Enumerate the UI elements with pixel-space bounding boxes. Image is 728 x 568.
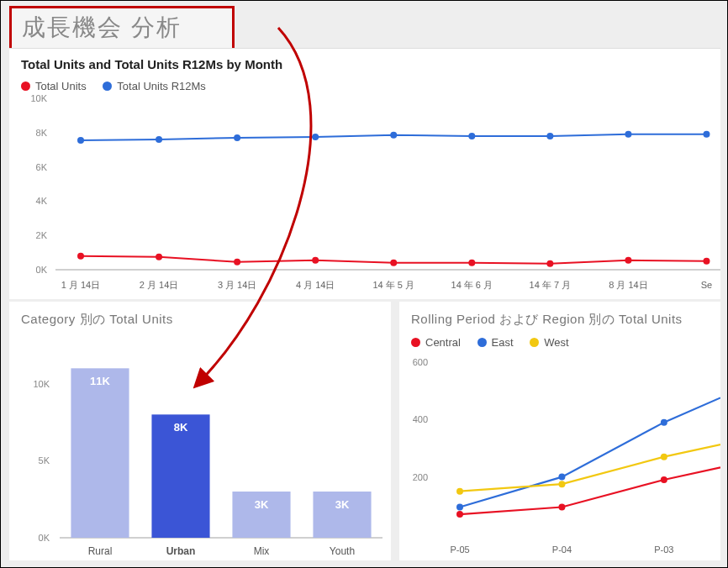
legend-label: Total Units R12Ms: [117, 80, 205, 92]
region-chart-canvas[interactable]: 200400600P-05P-04P-03: [399, 350, 720, 560]
svg-text:3K: 3K: [335, 498, 350, 511]
svg-point-26: [156, 136, 162, 143]
svg-text:600: 600: [413, 357, 428, 367]
svg-text:8K: 8K: [36, 128, 48, 138]
svg-text:14 年 5 月: 14 年 5 月: [372, 280, 414, 290]
svg-text:10K: 10K: [30, 93, 47, 103]
svg-point-19: [312, 257, 319, 264]
top-chart-panel[interactable]: Total Units and Total Units R12Ms by Mon…: [9, 48, 720, 299]
legend-label: East: [492, 336, 514, 349]
legend-label: Central: [425, 336, 461, 349]
svg-point-24: [703, 258, 710, 265]
category-chart-canvas[interactable]: 0K5K10K11KRural8KUrban3KMix3KYouth: [9, 328, 391, 563]
svg-text:1 月 14日: 1 月 14日: [61, 280, 100, 290]
region-chart-panel[interactable]: Rolling Period および Region 別の Total Units…: [399, 302, 720, 560]
svg-point-16: [77, 253, 84, 260]
svg-text:2K: 2K: [36, 230, 48, 240]
svg-text:4 月 14日: 4 月 14日: [296, 280, 335, 290]
title-highlight-box: 成長機会 分析: [9, 6, 235, 51]
svg-point-20: [390, 260, 397, 266]
svg-point-31: [546, 133, 553, 139]
svg-text:8K: 8K: [174, 421, 188, 434]
svg-point-58: [661, 476, 667, 483]
legend-dot-icon: [21, 82, 30, 91]
svg-text:14 年 6 月: 14 年 6 月: [451, 280, 493, 290]
region-chart-legend: Central East West: [399, 328, 720, 350]
svg-text:6K: 6K: [36, 162, 48, 172]
svg-point-28: [312, 134, 319, 140]
dashboard-frame: 成長機会 分析 Total Units and Total Units R12M…: [0, 0, 728, 568]
legend-item-r12ms[interactable]: Total Units R12Ms: [103, 80, 205, 92]
svg-point-30: [468, 133, 475, 139]
category-chart-panel[interactable]: Category 別の Total Units 0K5K10K11KRural8…: [9, 302, 391, 560]
svg-text:0K: 0K: [36, 265, 48, 275]
svg-text:0K: 0K: [39, 533, 50, 543]
svg-point-64: [661, 454, 667, 460]
svg-text:400: 400: [413, 414, 428, 424]
category-chart-title: Category 別の Total Units: [9, 302, 391, 328]
top-chart-canvas[interactable]: 0K2K4K6K8K10K1 月 14日2 月 14日3 月 14日4 月 14…: [9, 93, 720, 295]
legend-item-east[interactable]: East: [477, 336, 514, 349]
legend-label: Total Units: [35, 80, 87, 92]
svg-text:Rural: Rural: [88, 545, 113, 557]
svg-text:200: 200: [413, 472, 428, 482]
region-chart-title: Rolling Period および Region 別の Total Units: [399, 302, 720, 328]
legend-label: West: [544, 336, 568, 349]
svg-point-23: [625, 257, 631, 264]
svg-text:3 月 14日: 3 月 14日: [218, 280, 256, 290]
svg-point-62: [456, 488, 463, 495]
svg-point-32: [625, 131, 631, 138]
svg-point-25: [77, 137, 84, 144]
svg-text:P-05: P-05: [450, 544, 469, 555]
svg-text:8 月 14日: 8 月 14日: [609, 280, 647, 290]
svg-point-21: [468, 260, 475, 266]
svg-point-59: [456, 504, 463, 511]
svg-point-60: [558, 474, 565, 481]
legend-item-west[interactable]: West: [530, 336, 568, 349]
svg-text:Mix: Mix: [254, 545, 270, 557]
legend-dot-icon: [411, 338, 420, 347]
svg-text:P-04: P-04: [552, 544, 572, 555]
svg-point-27: [234, 134, 240, 141]
svg-point-61: [661, 419, 667, 426]
svg-point-56: [456, 511, 463, 518]
svg-text:Youth: Youth: [330, 545, 355, 557]
legend-item-central[interactable]: Central: [411, 336, 461, 349]
svg-point-18: [234, 259, 240, 266]
legend-dot-icon: [530, 338, 539, 347]
legend-item-total-units[interactable]: Total Units: [21, 80, 87, 92]
svg-text:2 月 14日: 2 月 14日: [140, 280, 178, 290]
dashboard-header: 成長機会 分析: [9, 6, 235, 51]
svg-text:Se: Se: [701, 280, 712, 290]
svg-text:4K: 4K: [36, 196, 48, 206]
svg-point-29: [390, 132, 397, 139]
dashboard-title: 成長機会 分析: [22, 14, 182, 40]
svg-point-17: [156, 254, 162, 260]
svg-point-63: [558, 481, 565, 487]
svg-point-57: [558, 504, 565, 511]
svg-text:3K: 3K: [255, 498, 269, 511]
top-chart-legend: Total Units Total Units R12Ms: [9, 71, 720, 93]
top-chart-title: Total Units and Total Units R12Ms by Mon…: [9, 49, 720, 71]
svg-text:11K: 11K: [90, 375, 110, 387]
svg-text:Urban: Urban: [166, 545, 196, 557]
svg-text:P-03: P-03: [654, 544, 673, 555]
legend-dot-icon: [103, 82, 112, 91]
svg-point-22: [546, 260, 553, 267]
svg-text:14 年 7 月: 14 年 7 月: [530, 280, 572, 290]
svg-text:5K: 5K: [39, 455, 50, 465]
svg-text:10K: 10K: [33, 379, 50, 389]
legend-dot-icon: [477, 338, 487, 347]
svg-rect-38: [71, 368, 129, 538]
svg-point-33: [703, 131, 710, 138]
